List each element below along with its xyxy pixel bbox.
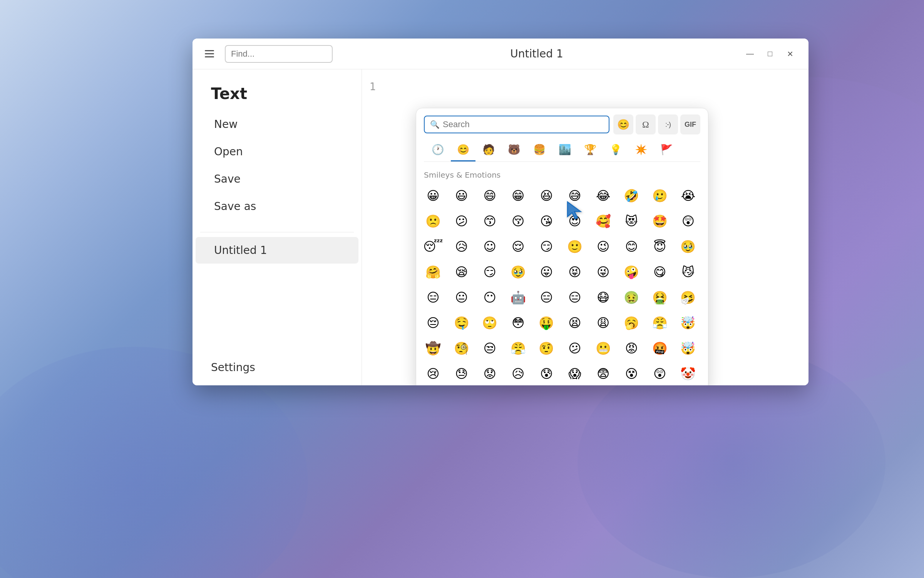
sidebar-item-save[interactable]: Save [196,166,358,192]
emoji-cell[interactable]: 🤩 [648,209,672,234]
emoji-cell[interactable]: 🤨 [534,336,559,361]
find-box[interactable] [225,45,333,63]
recent-item-untitled1[interactable]: Untitled 1 [196,237,358,264]
emoji-search-input[interactable] [443,119,603,129]
emoji-cell[interactable]: 😭 [676,183,700,208]
menu-icon[interactable] [202,47,217,60]
emoji-cell[interactable]: 😤 [648,311,672,335]
emoji-cell[interactable]: 😇 [648,234,672,259]
emoji-cell[interactable]: 😩 [591,311,616,335]
emoji-cell[interactable]: 😬 [591,336,616,361]
emoji-cell[interactable]: 😲 [676,209,700,234]
emoji-cell[interactable]: 😍 [562,209,587,234]
emoji-cell[interactable]: 🤧 [676,285,700,310]
find-input[interactable] [231,49,326,59]
emoji-cell[interactable]: 😵 [619,361,644,385]
emoji-cell[interactable]: 😜 [591,260,616,284]
emoji-cell[interactable]: 😂 [591,183,616,208]
emoji-cell[interactable]: 😓 [449,361,474,385]
emoji-cell[interactable]: 😻 [619,209,644,234]
emoji-cell[interactable]: 😥 [506,361,531,385]
emoji-type-emoticon[interactable]: :-) [658,114,678,134]
emoji-cell[interactable]: 😕 [449,209,474,234]
emoji-cell[interactable]: 😕 [562,336,587,361]
emoji-cell[interactable]: 🤢 [619,285,644,310]
emoji-cat-food[interactable]: 🍔 [527,140,552,161]
emoji-cell[interactable]: 🤡 [676,361,700,385]
emoji-cell[interactable]: 🤯 [676,311,700,335]
emoji-cell[interactable]: 🤪 [619,260,644,284]
emoji-cell[interactable]: 😤 [506,336,531,361]
emoji-cell[interactable]: 😏 [534,234,559,259]
emoji-cell[interactable]: 🤑 [534,311,559,335]
sidebar-item-new[interactable]: New [196,111,358,138]
emoji-cell[interactable]: 😷 [591,285,616,310]
emoji-cell[interactable]: 😪 [449,260,474,284]
emoji-cell[interactable]: 🤗 [421,260,445,284]
emoji-cell[interactable]: 🤯 [676,336,700,361]
emoji-cell[interactable]: 😥 [449,234,474,259]
emoji-cell[interactable]: 😢 [421,361,445,385]
emoji-cell[interactable]: 😱 [562,361,587,385]
emoji-cell[interactable]: 😆 [534,183,559,208]
minimize-button[interactable]: — [741,45,759,63]
emoji-cell[interactable]: 😁 [506,183,531,208]
emoji-cell[interactable]: 🥹 [676,234,700,259]
emoji-cell[interactable]: 😡 [619,336,644,361]
sidebar-item-settings[interactable]: Settings [192,354,362,385]
emoji-cell[interactable]: 🤠 [421,336,445,361]
emoji-cell[interactable]: 😝 [562,260,587,284]
emoji-cat-symbols[interactable]: ✴️ [629,140,653,161]
emoji-cat-travel[interactable]: 🏙️ [552,140,577,161]
emoji-type-special[interactable]: Ω [636,114,656,134]
emoji-cell[interactable]: 😑 [421,285,445,310]
emoji-cell[interactable]: 🤬 [648,336,672,361]
emoji-cell[interactable]: 😙 [477,209,502,234]
emoji-cat-objects[interactable]: 💡 [603,140,628,161]
emoji-cell[interactable]: 😃 [449,183,474,208]
emoji-type-emoji[interactable]: 😊 [613,114,633,134]
emoji-cell[interactable]: 😫 [562,311,587,335]
emoji-cell[interactable]: 🧐 [449,336,474,361]
emoji-cell[interactable]: 🤤 [449,311,474,335]
sidebar-item-save-as[interactable]: Save as [196,193,358,220]
emoji-cat-smileys[interactable]: 😊 [451,140,475,161]
emoji-cat-flags[interactable]: 🚩 [654,140,679,161]
emoji-cell[interactable]: 😌 [506,234,531,259]
sidebar-item-open[interactable]: Open [196,138,358,165]
emoji-cell[interactable]: 😉 [591,234,616,259]
emoji-cell[interactable]: 😰 [534,361,559,385]
emoji-cell[interactable]: 😑 [534,285,559,310]
emoji-cell[interactable]: 😚 [506,209,531,234]
emoji-cell[interactable]: 🥱 [619,311,644,335]
emoji-cell[interactable]: 😛 [534,260,559,284]
emoji-cell[interactable]: 😔 [421,311,445,335]
editor-area[interactable]: 1 🔍 😊 Ω :-) [362,69,808,385]
emoji-cell[interactable]: 😋 [648,260,672,284]
emoji-cat-animals[interactable]: 🐻 [502,140,526,161]
emoji-cell[interactable]: 😼 [676,260,700,284]
emoji-cat-people[interactable]: 🧑 [476,140,501,161]
emoji-cell[interactable]: 🥰 [591,209,616,234]
emoji-cell[interactable]: 😘 [534,209,559,234]
emoji-cell[interactable]: 😳 [506,311,531,335]
emoji-cell[interactable]: 🥹 [506,260,531,284]
emoji-cell[interactable]: 🤮 [648,285,672,310]
emoji-cell[interactable]: 😨 [591,361,616,385]
emoji-cell[interactable]: 😅 [562,183,587,208]
emoji-type-gif[interactable]: GIF [680,114,700,134]
emoji-cell[interactable]: 😊 [619,234,644,259]
emoji-cell[interactable]: 🙂 [562,234,587,259]
emoji-cell[interactable]: 😒 [477,336,502,361]
emoji-cell[interactable]: 🥲 [648,183,672,208]
emoji-cell[interactable]: 😐 [449,285,474,310]
emoji-cell[interactable]: 🤣 [619,183,644,208]
emoji-cell[interactable]: 😀 [421,183,445,208]
emoji-cat-recent[interactable]: 🕐 [425,140,450,161]
emoji-cell[interactable]: 😏 [477,260,502,284]
emoji-cell[interactable]: ☺️ [477,234,502,259]
emoji-cell[interactable]: 🙄 [477,311,502,335]
close-button[interactable]: ✕ [781,45,799,63]
emoji-cat-activities[interactable]: 🏆 [578,140,603,161]
emoji-cell[interactable]: 😟 [477,361,502,385]
